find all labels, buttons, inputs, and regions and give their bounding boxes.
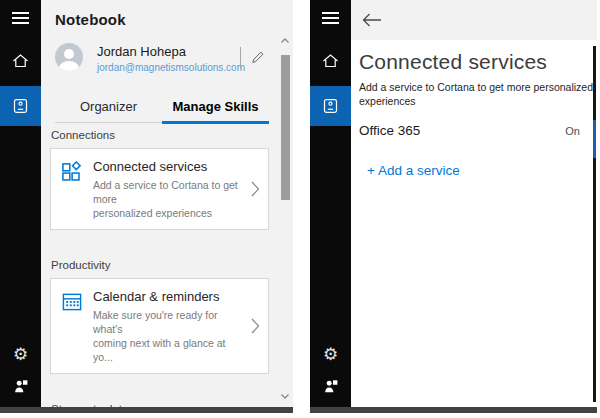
skills-list: Connections Connected services Add a ser…	[41, 113, 269, 407]
gear-icon: ⚙	[13, 346, 28, 363]
scrollbar-thumb[interactable]	[281, 55, 290, 200]
menu-button[interactable]	[310, 2, 351, 34]
edit-profile-button[interactable]	[247, 47, 267, 67]
notebook-icon	[323, 98, 338, 114]
back-button[interactable]	[359, 7, 385, 33]
profile-name: Jordan Hohepa	[97, 45, 245, 58]
section-header: Stay up to date	[51, 403, 269, 407]
home-icon	[322, 53, 339, 69]
hamburger-icon	[322, 12, 339, 24]
connected-services-content: Connected services Add a service to Cort…	[351, 0, 597, 407]
home-icon	[12, 53, 29, 69]
scrollbar[interactable]	[593, 46, 596, 402]
notebook-button[interactable]	[0, 86, 41, 126]
hamburger-icon	[12, 12, 29, 24]
card-description: Add a service to Cortana to get more per…	[93, 178, 248, 220]
service-name: Office 365	[359, 123, 420, 138]
scrollbar-thumb[interactable]	[593, 120, 596, 158]
page-title: Notebook	[41, 0, 293, 28]
connected-services-panel: ⚙ Connected services Add a service to Co…	[310, 0, 597, 413]
back-arrow-icon	[362, 13, 382, 27]
feedback-person-icon	[323, 378, 339, 394]
section-stay-up-to-date: Stay up to date Finance Track gains and …	[41, 403, 269, 407]
notebook-button[interactable]	[310, 86, 351, 126]
service-status-badge: On	[565, 125, 580, 137]
card-title: Calendar & reminders	[93, 289, 248, 304]
scroll-up-icon[interactable]	[280, 36, 290, 46]
feedback-person-icon	[13, 378, 29, 394]
page-title: Connected services	[359, 50, 597, 74]
chevron-right-icon	[250, 317, 260, 335]
card-title: Connected services	[93, 159, 248, 174]
calendar-icon	[61, 291, 83, 312]
menu-button[interactable]	[0, 2, 41, 34]
add-service-link[interactable]: + Add a service	[367, 163, 597, 178]
feedback-button[interactable]	[310, 369, 351, 403]
section-header: Connections	[51, 129, 269, 141]
calendar-reminders-card[interactable]: Calendar & reminders Make sure you're re…	[50, 278, 269, 374]
home-button[interactable]	[0, 44, 41, 78]
right-sidebar: ⚙	[310, 0, 351, 407]
top-bar	[351, 0, 597, 40]
connected-services-icon	[61, 161, 83, 183]
service-row-office365[interactable]: Office 365 On	[359, 123, 597, 138]
profile-email: jordan@magnetismsolutions.com	[97, 63, 245, 73]
page-description: Add a service to Cortana to get more per…	[359, 81, 597, 108]
scrollbar[interactable]	[280, 34, 290, 403]
profile-row: Jordan Hohepa jordan@magnetismsolutions.…	[55, 41, 293, 83]
left-sidebar: ⚙	[0, 0, 41, 407]
notebook-icon	[13, 98, 28, 114]
scroll-down-icon[interactable]	[280, 391, 290, 401]
divider	[240, 47, 241, 69]
settings-button[interactable]: ⚙	[310, 339, 351, 369]
pencil-icon	[250, 50, 265, 65]
chevron-right-icon	[250, 180, 260, 198]
card-description: Make sure you're ready for what's coming…	[93, 308, 248, 364]
home-button[interactable]	[310, 44, 351, 78]
section-productivity: Productivity Calendar & reminders Make s…	[41, 259, 269, 374]
notebook-content: Notebook Jordan Hohepa jordan@magnetisms…	[41, 0, 293, 407]
avatar	[55, 43, 83, 71]
feedback-button[interactable]	[0, 369, 41, 403]
settings-button[interactable]: ⚙	[0, 339, 41, 369]
gear-icon: ⚙	[323, 346, 338, 363]
section-connections: Connections Connected services Add a ser…	[41, 129, 269, 230]
cortana-notebook-panel: ⚙ Notebook Jordan Hohepa jordan@magnetis…	[0, 0, 293, 413]
connected-services-card[interactable]: Connected services Add a service to Cort…	[50, 148, 269, 230]
section-header: Productivity	[51, 259, 269, 271]
